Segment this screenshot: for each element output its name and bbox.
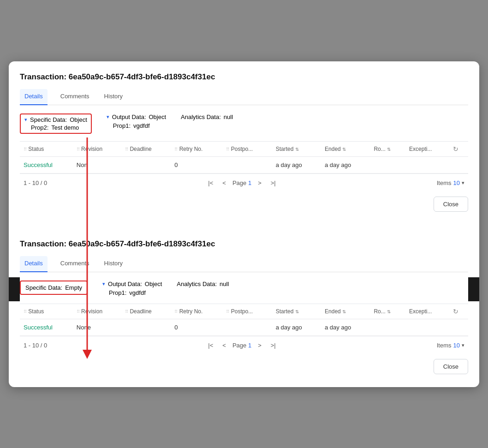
td-started-2: a day ago: [272, 319, 321, 335]
th-status-1: ⠿ Status: [20, 141, 73, 156]
th-deadline-2: ⠿ Deadline: [121, 304, 171, 319]
td-status-2: Successful: [20, 319, 73, 335]
td-retry-2: 0: [171, 319, 222, 335]
td-deadline-2: [121, 319, 171, 335]
prop2-value-1[interactable]: Test demo: [51, 124, 79, 131]
table-2: ⠿ Status ⠿ Revision ⠿ Deadline ⠿ Retry N…: [20, 304, 468, 336]
prop2-label-1: Prop2:: [31, 124, 48, 131]
items-control-2[interactable]: Items 10 ▾: [437, 342, 464, 349]
th-ended-2[interactable]: Ended ⇅: [321, 304, 370, 319]
specific-data-box-2: Specific Data: Empty: [20, 281, 88, 295]
analytics-label-1: Analytics Data:: [181, 113, 221, 120]
pagination-1: 1 - 10 / 0 |< < Page 1 > >| Items 10 ▾: [20, 173, 468, 192]
sort-ended-2: ⇅: [342, 309, 346, 314]
th-refresh-2[interactable]: ↻: [449, 304, 468, 319]
close-btn-1[interactable]: Close: [434, 197, 468, 212]
analytics-value-2: null: [220, 281, 229, 287]
specific-data-row-1: ▾ Specific Data: Object: [24, 116, 87, 123]
close-row-2: Close: [20, 354, 468, 376]
specific-data-value-1[interactable]: Object: [70, 116, 87, 123]
page-first-btn-1[interactable]: |<: [205, 179, 216, 187]
tab-history-1[interactable]: History: [102, 89, 125, 105]
output-data-row-1: ▾ Output Data: Object: [107, 113, 166, 120]
output-data-value-1[interactable]: Object: [149, 113, 167, 120]
tab-history-2[interactable]: History: [102, 256, 125, 272]
td-extra-1: [449, 156, 468, 173]
tab-comments-2[interactable]: Comments: [59, 256, 91, 272]
pagination-2: 1 - 10 / 0 |< < Page 1 > >| Items 10 ▾: [20, 336, 468, 354]
td-retry-1: 0: [171, 156, 222, 173]
td-ended-2: a day ago: [321, 319, 370, 335]
th-deadline-1: ⠿ Deadline: [121, 141, 171, 156]
prop1-label-1: Prop1:: [113, 122, 131, 129]
td-postpo-1: [222, 156, 272, 173]
td-revision-2: None: [73, 319, 121, 335]
page-nav-1: |< < Page 1 > >|: [205, 179, 278, 187]
refresh-icon-1[interactable]: ↻: [453, 145, 458, 153]
page-label-1: Page 1: [232, 179, 251, 186]
table-row-1: Successful Non 0 a day ago a day ago: [20, 156, 468, 173]
tab-comments-1[interactable]: Comments: [59, 89, 91, 105]
td-revision-1: Non: [73, 156, 121, 173]
page-last-btn-2[interactable]: >|: [268, 341, 279, 350]
close-row-1: Close: [20, 192, 468, 214]
output-data-col-1: ▾ Output Data: Object Prop1: vgdfdf: [107, 113, 166, 129]
items-val-2: 10: [453, 342, 460, 349]
th-ro-1[interactable]: Ro... ⇅: [370, 141, 405, 156]
page-nav-2: |< < Page 1 > >|: [205, 341, 278, 350]
page-prev-btn-1[interactable]: <: [220, 179, 229, 187]
prop1-row-1: Prop1: vgdfdf: [107, 122, 166, 129]
specific-data-chevron-1: ▾: [24, 117, 27, 123]
output-data-label-1: Output Data:: [112, 113, 146, 120]
th-started-2[interactable]: Started ⇅: [272, 304, 321, 319]
analytics-value-1: null: [224, 113, 233, 120]
items-control-1[interactable]: Items 10 ▾: [437, 179, 464, 186]
td-started-1: a day ago: [272, 156, 321, 173]
th-refresh-1[interactable]: ↻: [449, 141, 468, 156]
analytics-row-2: Analytics Data: null: [177, 281, 229, 287]
tab-details-2[interactable]: Details: [20, 256, 48, 272]
page-prev-btn-2[interactable]: <: [220, 341, 229, 350]
specific-data-value-2: Empty: [65, 284, 82, 291]
sort-started-2: ⇅: [295, 309, 299, 314]
analytics-label-2: Analytics Data:: [177, 281, 217, 287]
page-next-btn-1[interactable]: >: [255, 179, 264, 187]
items-chevron-2: ▾: [462, 342, 464, 348]
table-1: ⠿ Status ⠿ Revision ⠿ Deadline ⠿ Retry N…: [20, 141, 468, 173]
td-excepti-2: [405, 319, 449, 335]
tabs-1: Details Comments History: [20, 89, 468, 105]
output-data-label-2: Output Data:: [108, 281, 142, 287]
output-data-row-2: ▾ Output Data: Object: [102, 281, 162, 287]
td-ended-1: a day ago: [321, 156, 370, 173]
transaction-title-2: Transaction: 6ea50a9c-b657-4df3-bfe6-d18…: [20, 239, 468, 249]
output-data-value-2[interactable]: Object: [145, 281, 162, 287]
panel-2: Transaction: 6ea50a9c-b657-4df3-bfe6-d18…: [20, 239, 468, 376]
td-postpo-2: [222, 319, 272, 335]
transaction-title-1: Transaction: 6ea50a9c-b657-4df3-bfe6-d18…: [20, 72, 468, 82]
page-last-btn-1[interactable]: >|: [268, 179, 279, 187]
td-excepti-1: [405, 156, 449, 173]
td-ro-1: [370, 156, 405, 173]
td-deadline-1: [121, 156, 171, 173]
page-next-btn-2[interactable]: >: [255, 341, 264, 350]
sort-ended-1: ⇅: [342, 147, 346, 152]
th-started-1[interactable]: Started ⇅: [272, 141, 321, 156]
tabs-2: Details Comments History: [20, 256, 468, 272]
sort-started-1: ⇅: [295, 147, 299, 152]
prop1-value-2[interactable]: vgdfdf: [129, 289, 145, 296]
prop1-value-1[interactable]: vgdfdf: [133, 122, 149, 129]
close-btn-2[interactable]: Close: [434, 359, 468, 374]
th-ended-1[interactable]: Ended ⇅: [321, 141, 370, 156]
th-postpo-2: ⠿ Postpo...: [222, 304, 272, 319]
prop1-row-2: Prop1: vgdfdf: [102, 289, 162, 296]
refresh-icon-2[interactable]: ↻: [453, 308, 458, 315]
page-range-2: 1 - 10 / 0: [24, 342, 47, 349]
sort-ro-1: ⇅: [387, 147, 391, 152]
page-first-btn-2[interactable]: |<: [205, 341, 216, 350]
specific-data-label-2: Specific Data:: [25, 284, 62, 291]
th-revision-1: ⠿ Revision: [73, 141, 121, 156]
output-data-chevron-1: ▾: [107, 114, 109, 120]
tab-details-1[interactable]: Details: [20, 89, 48, 105]
panel-1: Transaction: 6ea50a9c-b657-4df3-bfe6-d18…: [20, 72, 468, 214]
th-ro-2[interactable]: Ro... ⇅: [370, 304, 405, 319]
